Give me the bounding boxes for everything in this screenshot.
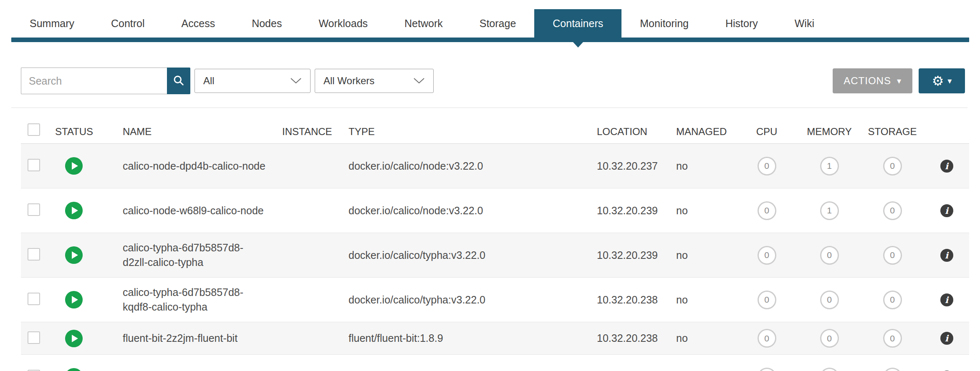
tab-bar-nav: Summary Control Access Nodes Workloads N…: [0, 9, 980, 38]
container-name: calico-typha-6d7b5857d8-kqdf8-calico-typ…: [123, 285, 282, 314]
tab-history[interactable]: History: [707, 9, 776, 38]
table-row[interactable]: fluent-bit-8sk4k-fluent-bit fluent/fluen…: [21, 355, 969, 371]
chevron-down-icon: [413, 75, 425, 87]
header-location: LOCATION: [597, 126, 676, 138]
tab-wiki[interactable]: Wiki: [776, 9, 833, 38]
storage-badge: 0: [883, 329, 902, 348]
info-icon[interactable]: i: [940, 332, 953, 345]
container-location: 10.32.20.239: [597, 205, 676, 217]
memory-badge: 0: [820, 368, 839, 371]
active-tab-underline: [11, 38, 969, 42]
search-icon: [172, 74, 185, 88]
container-type: docker.io/calico/node:v3.22.0: [349, 205, 597, 217]
table-row[interactable]: calico-node-dpd4b-calico-node docker.io/…: [21, 144, 969, 188]
row-checkbox[interactable]: [28, 159, 40, 171]
container-name: calico-node-w68l9-calico-node: [123, 203, 282, 218]
tab-summary[interactable]: Summary: [11, 9, 93, 38]
type-filter-value: All: [203, 75, 215, 87]
container-location: 10.32.20.238: [597, 332, 676, 344]
header-cpu: CPU: [735, 126, 798, 138]
status-running-icon[interactable]: [64, 246, 83, 265]
container-managed: no: [676, 332, 735, 344]
info-icon[interactable]: i: [940, 160, 953, 173]
container-managed: no: [676, 160, 735, 172]
info-icon[interactable]: i: [940, 204, 953, 217]
workers-filter-dropdown[interactable]: All Workers: [315, 69, 434, 93]
storage-badge: 0: [883, 157, 902, 175]
caret-down-icon: ▾: [947, 77, 952, 85]
tab-workloads[interactable]: Workloads: [300, 9, 386, 38]
table-row[interactable]: calico-typha-6d7b5857d8-kqdf8-calico-typ…: [21, 278, 969, 322]
row-checkbox[interactable]: [28, 203, 40, 216]
actions-button[interactable]: ACTIONS ▾: [833, 68, 912, 93]
search-button[interactable]: [167, 68, 190, 94]
row-checkbox[interactable]: [28, 293, 40, 305]
container-location: 10.32.20.239: [597, 249, 676, 261]
cpu-badge: 0: [758, 368, 776, 371]
storage-badge: 0: [883, 368, 902, 371]
info-icon[interactable]: i: [940, 249, 953, 262]
tab-nodes[interactable]: Nodes: [233, 9, 300, 38]
storage-badge: 0: [883, 291, 902, 309]
storage-badge: 0: [883, 201, 902, 220]
workers-filter-value: All Workers: [323, 75, 374, 87]
container-type: docker.io/calico/typha:v3.22.0: [349, 294, 597, 306]
gear-icon: ⚙: [932, 74, 944, 88]
row-checkbox[interactable]: [28, 248, 40, 261]
container-location: 10.32.20.238: [597, 294, 676, 306]
cpu-badge: 0: [758, 157, 776, 175]
table-row[interactable]: calico-node-w68l9-calico-node docker.io/…: [21, 188, 969, 233]
memory-badge: 0: [820, 329, 839, 348]
toolbar-right-group: ACTIONS ▾ ⚙ ▾: [833, 68, 965, 93]
container-name: calico-typha-6d7b5857d8-d2zll-calico-typ…: [123, 241, 282, 270]
select-all-checkbox[interactable]: [28, 123, 40, 136]
cpu-badge: 0: [758, 201, 776, 220]
tab-network[interactable]: Network: [386, 9, 461, 38]
tab-control[interactable]: Control: [93, 9, 163, 38]
container-type: docker.io/calico/typha:v3.22.0: [349, 249, 597, 261]
header-memory: MEMORY: [798, 126, 861, 138]
memory-badge: 1: [820, 201, 839, 220]
table-header-row: STATUS NAME INSTANCE TYPE LOCATION MANAG…: [21, 108, 969, 144]
caret-down-icon: ▾: [897, 77, 902, 85]
status-running-icon[interactable]: [64, 367, 83, 371]
container-name: calico-node-dpd4b-calico-node: [123, 159, 282, 173]
table-row[interactable]: fluent-bit-2z2jm-fluent-bit fluent/fluen…: [21, 322, 969, 355]
table-row[interactable]: calico-typha-6d7b5857d8-d2zll-calico-typ…: [21, 233, 969, 278]
row-checkbox[interactable]: [28, 331, 40, 344]
container-managed: no: [676, 294, 735, 306]
containers-table: STATUS NAME INSTANCE TYPE LOCATION MANAG…: [21, 108, 969, 371]
search-box: [21, 68, 190, 94]
container-name: fluent-bit-2z2jm-fluent-bit: [123, 331, 282, 346]
memory-badge: 0: [820, 291, 839, 309]
info-icon[interactable]: i: [940, 293, 953, 306]
storage-badge: 0: [883, 246, 902, 265]
type-filter-dropdown[interactable]: All: [194, 69, 311, 93]
tab-access[interactable]: Access: [163, 9, 234, 38]
chevron-down-icon: [290, 75, 302, 87]
status-running-icon[interactable]: [64, 290, 83, 309]
container-name: fluent-bit-8sk4k-fluent-bit: [123, 370, 282, 371]
tab-containers[interactable]: Containers: [534, 9, 621, 38]
settings-gear-button[interactable]: ⚙ ▾: [919, 68, 965, 93]
search-input[interactable]: [21, 68, 167, 94]
header-status: STATUS: [55, 126, 123, 138]
cpu-badge: 0: [758, 291, 776, 309]
header-storage: STORAGE: [861, 126, 924, 138]
header-instance: INSTANCE: [282, 126, 349, 138]
memory-badge: 0: [820, 246, 839, 265]
status-running-icon[interactable]: [64, 156, 83, 175]
tab-storage[interactable]: Storage: [461, 9, 535, 38]
memory-badge: 1: [820, 157, 839, 175]
header-name: NAME: [123, 126, 282, 138]
cpu-badge: 0: [758, 246, 776, 265]
container-managed: no: [676, 249, 735, 261]
status-running-icon[interactable]: [64, 201, 83, 220]
containers-page: Summary Control Access Nodes Workloads N…: [0, 0, 980, 371]
header-managed: MANAGED: [676, 126, 735, 138]
status-running-icon[interactable]: [64, 329, 83, 348]
tab-monitoring[interactable]: Monitoring: [621, 9, 707, 38]
header-type: TYPE: [349, 126, 597, 138]
container-type: docker.io/calico/node:v3.22.0: [349, 160, 597, 172]
cpu-badge: 0: [758, 329, 776, 348]
